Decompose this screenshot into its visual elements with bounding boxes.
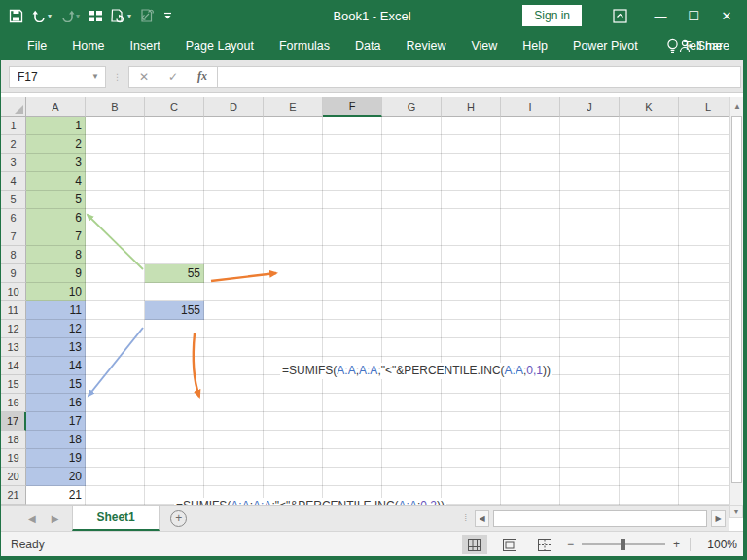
column-header-k[interactable]: K xyxy=(620,97,679,117)
sheet-nav-right-icon[interactable]: ▶ xyxy=(52,513,59,524)
row-header-13[interactable]: 13 xyxy=(1,338,26,357)
cell-a16[interactable]: 16 xyxy=(26,394,86,412)
sheet-nav-left-icon[interactable]: ◀ xyxy=(28,513,36,524)
row-header-19[interactable]: 19 xyxy=(1,449,26,468)
row-header-16[interactable]: 16 xyxy=(1,394,26,412)
cell-c11[interactable]: 155 xyxy=(145,301,204,320)
column-header-d[interactable]: D xyxy=(204,97,264,117)
cell-a7[interactable]: 7 xyxy=(26,228,86,246)
name-box[interactable]: F17 ▼ xyxy=(9,66,106,88)
horizontal-scroll-thumb[interactable] xyxy=(493,510,707,527)
cell-a10[interactable]: 10 xyxy=(26,283,86,301)
cell-a15[interactable]: 15 xyxy=(26,375,86,394)
cell-a4[interactable]: 4 xyxy=(26,172,86,191)
column-header-h[interactable]: H xyxy=(442,97,501,117)
tab-formulas[interactable]: Formulas xyxy=(267,31,342,60)
row-header-8[interactable]: 8 xyxy=(1,246,26,264)
cell-a9[interactable]: 9 xyxy=(26,264,86,283)
tab-file[interactable]: File xyxy=(15,31,59,60)
cell-a21[interactable]: 21 xyxy=(26,486,86,505)
cell-a20[interactable]: 20 xyxy=(26,468,86,486)
page-layout-view-button[interactable] xyxy=(497,535,522,554)
row-header-11[interactable]: 11 xyxy=(1,301,26,320)
cell-a2[interactable]: 2 xyxy=(26,135,86,154)
row-header-12[interactable]: 12 xyxy=(1,320,26,338)
vertical-scrollbar[interactable]: ▲ xyxy=(729,97,743,518)
column-header-a[interactable]: A xyxy=(26,97,86,117)
tab-share[interactable]: Share xyxy=(679,31,729,60)
column-header-c[interactable]: C xyxy=(145,97,204,117)
tab-review[interactable]: Review xyxy=(393,31,458,60)
sign-in-button[interactable]: Sign in xyxy=(522,5,582,26)
row-header-2[interactable]: 2 xyxy=(1,135,26,154)
row-header-18[interactable]: 18 xyxy=(1,431,26,449)
formula-input[interactable] xyxy=(218,66,741,88)
tab-insert[interactable]: Insert xyxy=(118,31,173,60)
formula-bar-handle[interactable]: ⋮ xyxy=(113,75,122,79)
normal-view-button[interactable] xyxy=(462,535,487,554)
cell-a13[interactable]: 13 xyxy=(26,338,86,357)
scroll-down-icon[interactable]: ▼ xyxy=(729,505,743,518)
column-header-f[interactable]: F xyxy=(323,97,382,117)
row-header-7[interactable]: 7 xyxy=(1,228,26,246)
cell-a14[interactable]: 14 xyxy=(26,357,86,375)
row-header-5[interactable]: 5 xyxy=(1,191,26,209)
tab-home[interactable]: Home xyxy=(59,31,117,60)
tab-page-layout[interactable]: Page Layout xyxy=(173,31,267,60)
cell-a19[interactable]: 19 xyxy=(26,449,86,468)
cell-a12[interactable]: 12 xyxy=(26,320,86,338)
row-header-10[interactable]: 10 xyxy=(1,283,26,301)
page-break-view-button[interactable] xyxy=(532,535,557,554)
maximize-button[interactable]: ☐ xyxy=(677,0,710,31)
row-header-14[interactable]: 14 xyxy=(1,357,26,375)
row-header-20[interactable]: 20 xyxy=(1,468,26,486)
zoom-slider[interactable] xyxy=(582,543,665,545)
row-header-9[interactable]: 9 xyxy=(1,264,26,283)
new-sheet-button[interactable]: + xyxy=(160,506,198,531)
cell-c9[interactable]: 55 xyxy=(145,264,204,283)
cancel-icon[interactable]: ✕ xyxy=(129,70,159,84)
spreadsheet-grid[interactable]: ABCDEFGHIJKL 123456789101112131415161718… xyxy=(1,97,743,505)
vertical-scroll-thumb[interactable] xyxy=(731,116,742,483)
zoom-out-icon[interactable]: − xyxy=(567,538,574,551)
zoom-in-icon[interactable]: + xyxy=(673,538,680,551)
column-header-g[interactable]: G xyxy=(382,97,442,117)
sheet-tab-sheet1[interactable]: Sheet1 xyxy=(72,506,159,531)
row-header-21[interactable]: 21 xyxy=(1,486,26,505)
scroll-right-icon[interactable]: ▶ xyxy=(711,510,726,527)
row-header-4[interactable]: 4 xyxy=(1,172,26,191)
scroll-left-icon[interactable]: ◀ xyxy=(475,510,489,527)
insert-function-icon[interactable]: fx xyxy=(188,69,217,84)
select-all-corner[interactable] xyxy=(1,97,26,117)
cell-a3[interactable]: 3 xyxy=(26,154,86,172)
row-header-3[interactable]: 3 xyxy=(1,154,26,172)
row-header-1[interactable]: 1 xyxy=(1,117,26,135)
close-button[interactable]: ✕ xyxy=(710,0,743,31)
cell-a5[interactable]: 5 xyxy=(26,191,86,209)
zoom-slider-thumb[interactable] xyxy=(621,539,625,550)
row-header-6[interactable]: 6 xyxy=(1,209,26,228)
tab-help[interactable]: Help xyxy=(510,31,560,60)
column-header-j[interactable]: J xyxy=(560,97,620,117)
minimize-button[interactable]: — xyxy=(644,0,677,31)
column-header-b[interactable]: B xyxy=(86,97,145,117)
column-header-i[interactable]: I xyxy=(501,97,560,117)
name-box-dropdown-icon[interactable]: ▼ xyxy=(91,72,99,81)
zoom-level[interactable]: 100% xyxy=(700,538,737,551)
column-header-e[interactable]: E xyxy=(264,97,323,117)
tab-power-pivot[interactable]: Power Pivot xyxy=(560,31,651,60)
cell-a17[interactable]: 17 xyxy=(26,412,86,431)
enter-icon[interactable]: ✓ xyxy=(159,70,188,84)
cell-a6[interactable]: 6 xyxy=(26,209,86,228)
row-header-15[interactable]: 15 xyxy=(1,375,26,394)
cell-a11[interactable]: 11 xyxy=(26,301,86,320)
cell-a1[interactable]: 1 xyxy=(26,117,86,135)
cell-a18[interactable]: 18 xyxy=(26,431,86,449)
row-header-17[interactable]: 17 xyxy=(1,412,26,431)
tab-data[interactable]: Data xyxy=(342,31,393,60)
cell-a8[interactable]: 8 xyxy=(26,246,86,264)
scroll-up-icon[interactable]: ▲ xyxy=(730,97,744,115)
tab-view[interactable]: View xyxy=(458,31,510,60)
hscroll-handle[interactable]: ⁞ xyxy=(464,513,467,523)
ribbon-display-options-icon[interactable] xyxy=(603,0,636,31)
